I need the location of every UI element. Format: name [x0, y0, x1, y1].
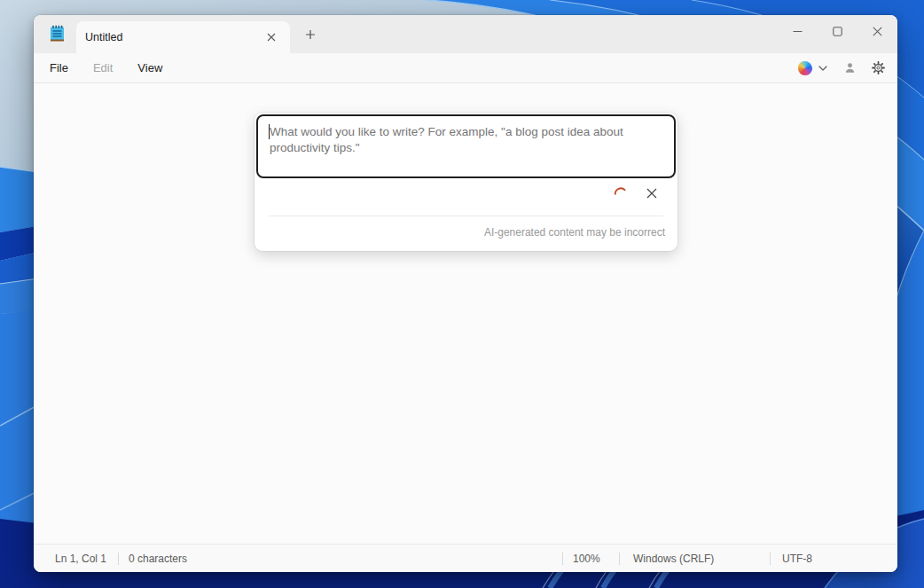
- notepad-icon: [50, 25, 66, 43]
- text-caret: [269, 124, 270, 139]
- settings-button[interactable]: [864, 56, 892, 81]
- menu-item-file[interactable]: File: [41, 57, 77, 79]
- editor-area[interactable]: AI-generated content may be incorrect: [34, 83, 897, 544]
- status-encoding: UTF-8: [782, 553, 812, 565]
- status-cursor-position: Ln 1, Col 1: [55, 553, 106, 565]
- menubar-actions: [789, 53, 892, 82]
- status-divider: [619, 553, 620, 565]
- new-tab-button[interactable]: [298, 22, 323, 47]
- plus-icon: [305, 29, 316, 40]
- close-button[interactable]: [857, 15, 897, 47]
- account-button[interactable]: [835, 56, 864, 81]
- ai-prompt-dialog: AI-generated content may be incorrect: [254, 113, 677, 251]
- notepad-window: Untitled: [34, 15, 897, 572]
- status-divider: [118, 553, 119, 565]
- status-divider: [770, 553, 771, 565]
- chevron-down-icon: [818, 66, 827, 71]
- maximize-icon: [833, 27, 842, 36]
- menubar: File Edit View: [34, 53, 897, 83]
- copilot-icon: [798, 61, 812, 75]
- maximize-button[interactable]: [818, 15, 857, 47]
- close-icon: [267, 33, 276, 42]
- close-icon: [646, 188, 657, 199]
- minimize-button[interactable]: [778, 15, 818, 47]
- status-char-count: 0 characters: [129, 553, 187, 565]
- titlebar: Untitled: [34, 15, 897, 53]
- tab-title: Untitled: [85, 31, 122, 43]
- status-divider: [562, 553, 563, 565]
- minimize-icon: [793, 27, 803, 36]
- tab-untitled[interactable]: Untitled: [76, 21, 290, 53]
- dialog-divider: [269, 216, 663, 216]
- status-zoom: 100%: [573, 553, 600, 565]
- gear-icon: [871, 60, 886, 75]
- loading-spinner: [612, 184, 630, 202]
- status-line-ending: Windows (CRLF): [633, 553, 714, 565]
- dialog-close-button[interactable]: [641, 183, 662, 204]
- person-icon: [842, 60, 857, 75]
- close-icon: [873, 27, 882, 36]
- status-bar: Ln 1, Col 1 0 characters 100% Windows (C…: [34, 544, 897, 572]
- tab-close-button[interactable]: [262, 27, 281, 47]
- menu-item-edit[interactable]: Edit: [84, 57, 121, 79]
- ai-prompt-input-frame: [256, 114, 676, 178]
- caption-buttons: [778, 15, 897, 47]
- copilot-button[interactable]: [789, 56, 835, 81]
- ai-disclaimer: AI-generated content may be incorrect: [484, 226, 665, 239]
- ai-prompt-input[interactable]: [258, 116, 674, 176]
- menu-item-view[interactable]: View: [129, 57, 171, 79]
- desktop: Untitled: [0, 0, 924, 588]
